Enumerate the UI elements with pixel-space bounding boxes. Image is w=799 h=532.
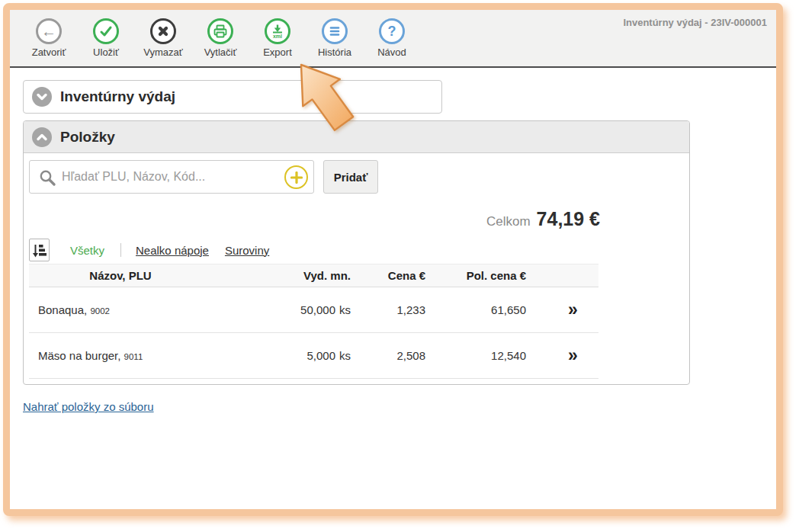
filter-tab-nealko-napoje[interactable]: Nealko nápoje — [136, 244, 209, 257]
history-list-icon — [322, 18, 348, 44]
chevron-up-circle-icon — [32, 127, 52, 147]
row-detail-chevron-icon[interactable]: » — [547, 347, 598, 364]
filter-divider — [120, 243, 121, 257]
add-item-button[interactable]: Pridať — [323, 160, 378, 194]
item-plu: 9002 — [90, 306, 110, 316]
item-line-total: 61,650 — [441, 303, 547, 316]
close-button-label: Zatvoriť — [32, 46, 66, 58]
table-header-row: Názov, PLU Vyd. mn. Cena € Pol. cena € — [29, 264, 598, 287]
item-qty-value: 5,000 — [306, 349, 335, 362]
item-qty-value: 50,000 — [300, 303, 335, 316]
save-button-label: Uložiť — [93, 46, 119, 58]
history-button[interactable]: História — [316, 18, 354, 58]
document-panel-title: Inventúrny výdaj — [60, 88, 175, 105]
col-header-qty: Vyd. mn. — [212, 269, 357, 282]
export-xml-icon: xml — [265, 18, 290, 44]
item-name: Bonaqua, 9002 — [29, 303, 212, 316]
item-name-text: Mäso na burger, — [38, 349, 120, 362]
search-input[interactable] — [62, 161, 283, 193]
help-button-label: Návod — [377, 46, 406, 58]
print-button[interactable]: Vytlačiť — [201, 18, 239, 58]
print-button-label: Vytlačiť — [204, 46, 237, 58]
sort-button[interactable] — [29, 239, 50, 261]
printer-icon — [207, 18, 233, 44]
delete-button-label: Vymazať — [143, 46, 182, 58]
item-qty-unit: ks — [339, 303, 351, 316]
col-header-name: Názov, PLU — [29, 269, 212, 282]
back-arrow-icon: ← — [36, 18, 62, 44]
sort-icon — [32, 242, 47, 258]
filter-bar: Všetky Nealko nápoje Suroviny — [29, 239, 285, 261]
items-panel-title: Položky — [60, 129, 115, 146]
delete-button[interactable]: Vymazať — [144, 18, 182, 58]
xml-badge: xml — [273, 34, 282, 39]
question-icon: ? — [379, 18, 405, 44]
item-plu: 9011 — [124, 352, 143, 361]
check-icon — [93, 18, 119, 44]
col-header-line-total: Pol. cena € — [441, 269, 547, 282]
item-name: Mäso na burger, 9011 — [29, 349, 212, 362]
item-price: 1,233 — [357, 303, 441, 316]
item-qty: 50,000ks — [212, 303, 357, 316]
total-summary: Celkom 74,19 € — [486, 208, 600, 230]
cancel-x-icon — [150, 18, 176, 44]
item-name-text: Bonaqua, — [38, 303, 87, 316]
upload-items-link[interactable]: Nahrať položky zo súboru — [23, 400, 154, 413]
items-table: Názov, PLU Vyd. mn. Cena € Pol. cena € B… — [29, 264, 598, 379]
chevron-down-circle-icon — [32, 87, 52, 107]
total-value: 74,19 € — [537, 208, 600, 230]
item-line-total: 12,540 — [441, 349, 547, 362]
table-row: Mäso na burger, 9011 5,000ks 2,508 12,54… — [29, 333, 598, 379]
history-button-label: História — [318, 46, 351, 58]
item-qty-unit: ks — [339, 349, 351, 362]
items-panel: Položky Pridať Celkom 74,19 € — [23, 120, 690, 385]
close-button[interactable]: ← Zatvoriť — [30, 18, 68, 58]
window-title: Inventúrny výdaj - 23IV-000001 — [623, 17, 767, 28]
export-button-label: Export — [263, 46, 292, 58]
search-icon — [38, 168, 58, 191]
search-box — [29, 160, 314, 194]
page-content: ← Zatvoriť Uložiť Vymazať Vytlačiť — [10, 10, 776, 509]
row-detail-chevron-icon[interactable]: » — [547, 301, 598, 319]
col-header-price: Cena € — [357, 269, 441, 282]
items-panel-body: Pridať Celkom 74,19 € Všetky Ne — [24, 153, 689, 384]
item-price: 2,508 — [357, 349, 441, 362]
item-qty: 5,000ks — [212, 349, 357, 362]
app-window: ← Zatvoriť Uložiť Vymazať Vytlačiť — [3, 3, 783, 516]
help-button[interactable]: ? Návod — [373, 18, 411, 58]
table-row: Bonaqua, 9002 50,000ks 1,233 61,650 » — [29, 287, 598, 333]
save-button[interactable]: Uložiť — [87, 18, 125, 58]
export-button[interactable]: xml Export — [258, 18, 297, 58]
filter-tab-suroviny[interactable]: Suroviny — [225, 244, 269, 257]
add-plus-icon[interactable] — [284, 165, 308, 189]
total-label: Celkom — [486, 214, 531, 229]
filter-tab-all[interactable]: Všetky — [70, 244, 104, 257]
document-panel-header[interactable]: Inventúrny výdaj — [23, 80, 442, 114]
export-pointer-arrow — [294, 57, 370, 141]
